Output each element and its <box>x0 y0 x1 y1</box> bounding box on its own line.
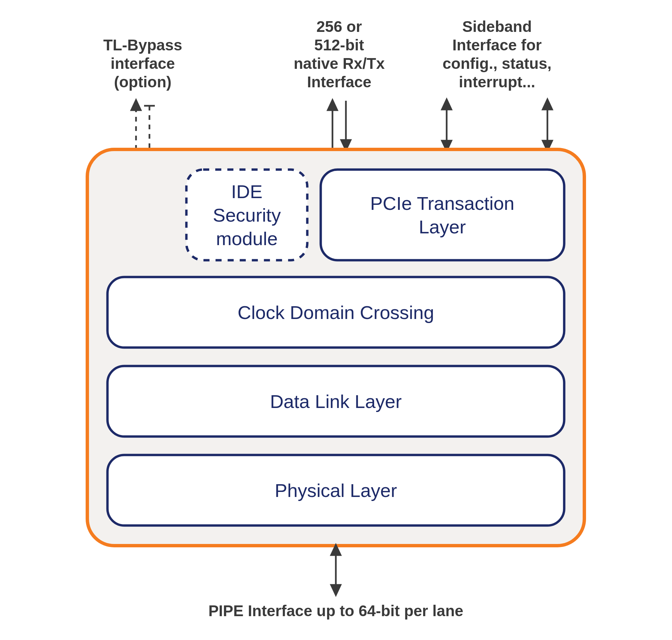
ide-security-module-block: IDE Security module <box>186 170 307 260</box>
svg-text:Layer: Layer <box>419 216 466 237</box>
pcie-transaction-layer-block: PCIe Transaction Layer <box>321 170 564 260</box>
cdc-label: Clock Domain Crossing <box>237 302 434 323</box>
svg-marker-18 <box>328 100 337 110</box>
svg-text:module: module <box>216 228 278 249</box>
ide-l1: IDE <box>231 181 262 202</box>
svg-text:Data Link Layer: Data Link Layer <box>270 391 401 412</box>
pipe-interface-label: PIPE Interface up to 64-bit per lane <box>208 602 463 620</box>
svg-text:Physical Layer: Physical Layer <box>275 480 397 501</box>
svg-marker-12 <box>131 100 141 110</box>
svg-text:512-bit: 512-bit <box>314 36 364 54</box>
sideband-l1: Sideband <box>462 18 531 35</box>
svg-text:Security: Security <box>213 204 281 226</box>
sideband-interface-arrows <box>442 99 552 151</box>
dll-label: Data Link Layer <box>270 391 401 412</box>
svg-text:Interface: Interface <box>307 73 371 91</box>
svg-text:interface: interface <box>111 55 175 72</box>
tl-bypass-l2: interface <box>111 55 175 72</box>
native-l4: Interface <box>307 73 371 91</box>
svg-text:Interface for: Interface for <box>452 36 542 54</box>
native-interface-arrows <box>328 100 351 150</box>
native-l1: 256 or <box>316 18 362 35</box>
svg-text:Sideband: Sideband <box>462 18 531 35</box>
data-link-layer-block: Data Link Layer <box>107 366 564 437</box>
sideband-interface-label: Sideband Interface for config., status, … <box>443 18 552 91</box>
phy-label: Physical Layer <box>275 480 397 501</box>
sideband-l4: interrupt... <box>459 73 535 91</box>
native-l2: 512-bit <box>314 36 364 54</box>
tl-bypass-l1: TL-Bypass <box>103 36 182 54</box>
native-interface-label: 256 or 512-bit native Rx/Tx Interface <box>294 18 385 91</box>
svg-text:interrupt...: interrupt... <box>459 73 535 91</box>
pcie-ip-block-diagram: TL-Bypass interface (option) 256 or 512-… <box>0 0 672 640</box>
svg-marker-25 <box>543 99 552 110</box>
pipe-interface-arrow <box>331 545 340 595</box>
sideband-l2: Interface for <box>452 36 542 54</box>
svg-text:config., status,: config., status, <box>443 55 552 72</box>
tl-bypass-label: TL-Bypass interface (option) <box>103 36 182 91</box>
svg-text:(option): (option) <box>114 73 171 91</box>
svg-text:IDE: IDE <box>231 181 262 202</box>
txn-l2: Layer <box>419 216 466 237</box>
physical-layer-block: Physical Layer <box>107 455 564 525</box>
svg-text:256 or: 256 or <box>316 18 362 35</box>
svg-text:TL-Bypass: TL-Bypass <box>103 36 182 54</box>
tl-bypass-l3: (option) <box>114 73 171 91</box>
svg-text:Clock Domain Crossing: Clock Domain Crossing <box>237 302 434 323</box>
clock-domain-crossing-block: Clock Domain Crossing <box>107 277 564 348</box>
txn-l1: PCIe Transaction <box>370 193 514 214</box>
ide-l3: module <box>216 228 278 249</box>
svg-rect-31 <box>321 170 564 260</box>
native-l3: native Rx/Tx <box>294 55 385 72</box>
svg-text:native Rx/Tx: native Rx/Tx <box>294 55 385 72</box>
svg-text:PCIe Transaction: PCIe Transaction <box>370 193 514 214</box>
svg-marker-22 <box>442 99 451 110</box>
sideband-l3: config., status, <box>443 55 552 72</box>
bottom-text: PIPE Interface up to 64-bit per lane <box>208 602 463 620</box>
svg-marker-42 <box>331 585 340 595</box>
ide-l2: Security <box>213 204 281 226</box>
